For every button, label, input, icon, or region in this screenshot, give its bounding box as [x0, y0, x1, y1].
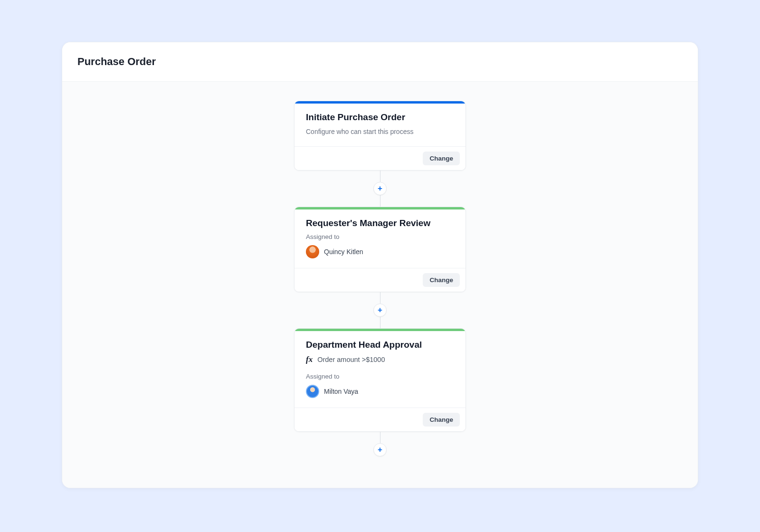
card-footer: Change [294, 146, 466, 170]
add-step-button[interactable]: + [373, 443, 387, 456]
plus-icon: + [378, 184, 382, 192]
condition-text: Order amount >$1000 [317, 356, 385, 363]
workflow-canvas[interactable]: Initiate Purchase Order Configure who ca… [62, 82, 698, 488]
step-title: Department Head Approval [306, 340, 454, 350]
assigned-to-label: Assigned to [306, 373, 454, 380]
connector-line [380, 315, 380, 328]
change-button[interactable]: Change [423, 273, 460, 287]
step-subtext: Configure who can start this process [306, 127, 454, 137]
assignee-row: Milton Vaya [306, 385, 454, 398]
change-button[interactable]: Change [423, 413, 460, 427]
workflow-flow: Initiate Purchase Order Configure who ca… [62, 82, 698, 455]
card-footer: Change [294, 268, 466, 292]
avatar [306, 245, 319, 258]
step-title: Requester's Manager Review [306, 218, 454, 228]
fx-icon: fx [306, 355, 313, 364]
connector: + [373, 292, 387, 328]
step-card-initiate[interactable]: Initiate Purchase Order Configure who ca… [294, 101, 466, 171]
add-step-button[interactable]: + [373, 182, 387, 195]
page-title: Purchase Order [77, 56, 683, 68]
change-button[interactable]: Change [423, 152, 460, 165]
card-footer: Change [294, 408, 466, 431]
card-body: Initiate Purchase Order Configure who ca… [294, 104, 466, 146]
plus-icon: + [378, 446, 382, 454]
assigned-to-label: Assigned to [306, 233, 454, 240]
condition-row: fx Order amount >$1000 [306, 355, 454, 364]
add-step-button[interactable]: + [373, 304, 387, 317]
card-body: Requester's Manager Review Assigned to Q… [294, 209, 466, 268]
connector-line [380, 193, 380, 207]
assignee-row: Quincy Kitlen [306, 245, 454, 258]
assignee-name: Milton Vaya [324, 388, 358, 395]
app-header: Purchase Order [62, 42, 698, 82]
app-frame: Purchase Order Initiate Purchase Order C… [62, 42, 698, 488]
avatar [306, 385, 319, 398]
step-card-manager-review[interactable]: Requester's Manager Review Assigned to Q… [294, 207, 466, 292]
connector: + [373, 432, 387, 455]
plus-icon: + [378, 306, 382, 314]
step-title: Initiate Purchase Order [306, 112, 454, 123]
card-body: Department Head Approval fx Order amount… [294, 331, 466, 408]
assignee-name: Quincy Kitlen [324, 248, 363, 256]
connector: + [373, 171, 387, 207]
step-card-dept-head-approval[interactable]: Department Head Approval fx Order amount… [294, 328, 466, 432]
